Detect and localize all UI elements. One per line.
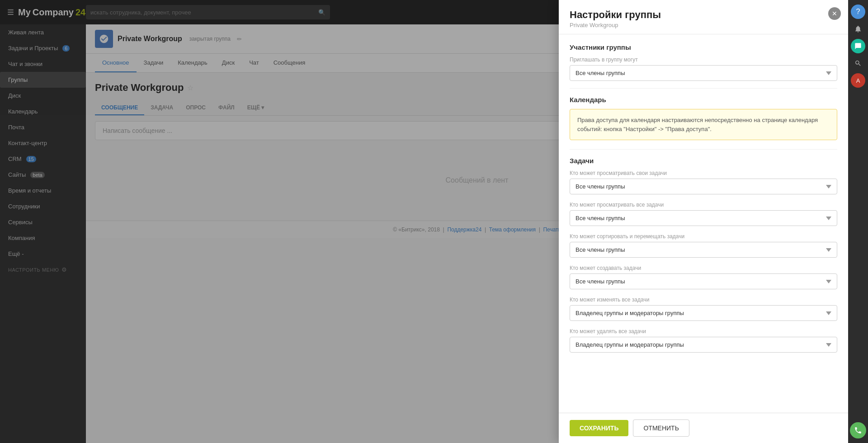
invite-select[interactable]: Все члены группы Только модераторы Тольк… <box>570 65 837 81</box>
calendar-info-box: Права доступа для календаря настраиваютс… <box>570 109 837 140</box>
view-own-select[interactable]: Все члены группы Только модераторы Тольк… <box>570 179 837 194</box>
user-avatar[interactable]: А <box>851 73 865 88</box>
close-button[interactable]: ✕ <box>828 7 841 20</box>
view-own-label: Кто может просматривать свои задачи <box>570 170 837 176</box>
right-sidebar: ? А <box>848 0 868 443</box>
cancel-button[interactable]: ОТМЕНИТЬ <box>633 419 689 437</box>
tasks-section-title: Задачи <box>570 157 837 165</box>
chat-icon-btn[interactable] <box>851 39 865 53</box>
sort-move-tasks-field: Кто может сортировать и перемещать задач… <box>570 233 837 258</box>
view-own-tasks-field: Кто может просматривать свои задачи Все … <box>570 170 837 194</box>
section-divider-2 <box>570 149 837 150</box>
create-label: Кто может создавать задачи <box>570 265 837 271</box>
panel-header: Настройки группы Private Workgroup <box>559 0 848 34</box>
notification-icon-btn[interactable] <box>851 22 865 36</box>
invite-label: Приглашать в группу могут <box>570 57 837 63</box>
section-divider-1 <box>570 88 837 89</box>
sort-move-select[interactable]: Все члены группы Только модераторы Тольк… <box>570 242 837 258</box>
invite-field: Приглашать в группу могут Все члены груп… <box>570 57 837 81</box>
panel-subtitle: Private Workgroup <box>570 22 837 28</box>
save-button[interactable]: СОХРАНИТЬ <box>570 420 628 436</box>
edit-all-select[interactable]: Все члены группы Владелец группы и модер… <box>570 305 837 321</box>
edit-all-tasks-field: Кто может изменять все задачи Все члены … <box>570 297 837 321</box>
delete-all-label: Кто может удалять все задачи <box>570 328 837 335</box>
view-all-label: Кто может просматривать все задачи <box>570 202 837 208</box>
calendar-section-title: Календарь <box>570 96 837 104</box>
delete-all-tasks-field: Кто может удалять все задачи Все члены г… <box>570 328 837 353</box>
search-icon-btn[interactable] <box>851 56 865 71</box>
delete-all-select[interactable]: Все члены группы Владелец группы и модер… <box>570 337 837 353</box>
settings-panel: ✕ Настройки группы Private Workgroup Уча… <box>559 0 848 443</box>
sort-move-label: Кто может сортировать и перемещать задач… <box>570 233 837 240</box>
panel-title: Настройки группы <box>570 9 837 21</box>
help-icon-btn[interactable]: ? <box>851 5 865 19</box>
panel-body: Участники группы Приглашать в группу мог… <box>559 34 848 413</box>
create-select[interactable]: Все члены группы Только модераторы Тольк… <box>570 273 837 289</box>
members-section-title: Участники группы <box>570 43 837 51</box>
view-all-select[interactable]: Все члены группы Только модераторы Тольк… <box>570 210 837 226</box>
view-all-tasks-field: Кто может просматривать все задачи Все ч… <box>570 202 837 226</box>
edit-all-label: Кто может изменять все задачи <box>570 297 837 303</box>
create-tasks-field: Кто может создавать задачи Все члены гру… <box>570 265 837 289</box>
panel-footer: СОХРАНИТЬ ОТМЕНИТЬ <box>559 413 848 443</box>
call-button[interactable] <box>850 422 866 438</box>
